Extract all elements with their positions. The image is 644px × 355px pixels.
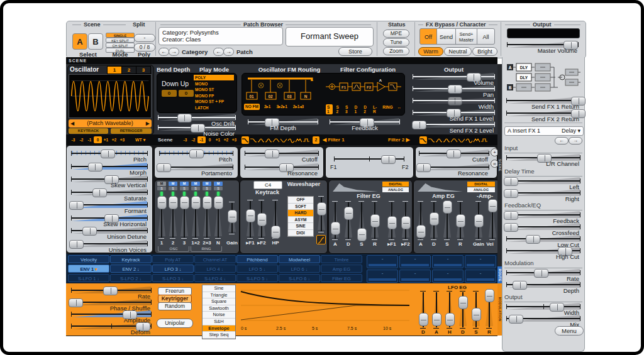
mixer-mute-1[interactable]: M [157, 182, 166, 186]
scene-b-button[interactable]: B [88, 33, 103, 50]
patch-name-box[interactable]: Formant Sweep [286, 27, 374, 46]
mod-source-slfo6[interactable]: S-LFO 6↓ [279, 274, 320, 282]
send-fx2-return-slider[interactable]: Send FX 2 Return [506, 109, 580, 122]
lfo-envelope-display[interactable] [240, 285, 411, 324]
waveshaper-sine[interactable]: SINE [288, 223, 313, 230]
filter2-type-icon[interactable] [465, 136, 473, 144]
fx-prev-button[interactable]: ← [555, 137, 569, 145]
filter-eg-sustain-slider[interactable] [356, 201, 367, 240]
mod-source-slfo1[interactable]: S-LFO 1↓ [68, 274, 109, 282]
fx-slot-selector[interactable]: A Insert FX 1 Delay ▾ [504, 126, 584, 136]
play-mode-mono-fp[interactable]: MONO FP [194, 93, 234, 99]
filter2-resonance-slider[interactable]: Resonance [419, 163, 489, 176]
lfo-shape-noise[interactable]: Noise [203, 312, 235, 319]
mod-source-modwheel[interactable]: Modwheel [279, 255, 320, 263]
amp-velocity-slider[interactable] [487, 201, 498, 240]
filter2-type-icon[interactable] [458, 136, 465, 144]
filter1-resonance-slider[interactable]: Resonance [245, 163, 319, 176]
osc-type-selector[interactable]: WT ▾ [135, 138, 145, 143]
play-mode-mono[interactable]: MONO [194, 81, 234, 87]
keytrack-f1-slider[interactable] [245, 200, 256, 239]
send-fx1-level-slider[interactable]: Send FX 1 Level [413, 109, 495, 121]
play-mode-mono-st-fp[interactable]: MONO ST + FP [194, 99, 234, 104]
mod-source-poly-at[interactable]: Poly AT [152, 255, 194, 263]
scene-octave-+2[interactable]: +2 [222, 136, 230, 143]
mod-source-slfo2[interactable]: S-LFO 2↓ [110, 274, 152, 282]
filter-config-lr[interactable]: L-R [372, 104, 379, 114]
lfo-eg-hold-slider[interactable] [444, 291, 455, 329]
unison-voices-slider[interactable]: Unison Voices [71, 240, 148, 253]
scene-octave-+3[interactable]: +3 [230, 136, 238, 143]
fm-route-3to2to1[interactable]: 3▸2▸1 [275, 104, 288, 110]
tab-route[interactable]: ROUTE [497, 266, 502, 283]
waveshaper-curve-icon[interactable] [316, 235, 326, 244]
scene-octave-0[interactable]: 0 [206, 136, 214, 143]
amp-gain-slider[interactable] [473, 201, 484, 240]
fx-width-slider[interactable]: Width [506, 303, 580, 315]
character-bright[interactable]: Bright [472, 47, 497, 56]
lfo-random-button[interactable]: Random [158, 302, 192, 310]
mixer-level-ring12-slider[interactable] [190, 197, 201, 239]
keytrack-f2-slider[interactable] [256, 200, 267, 239]
saturate-slider[interactable]: Saturate [71, 188, 148, 201]
filter2-type-icon[interactable] [419, 136, 427, 144]
mixer-solo-ring23[interactable]: S [203, 187, 211, 190]
mod-slot-cell[interactable]: - [399, 270, 431, 283]
mode-single[interactable]: SINGLE [106, 33, 135, 38]
amp-eg-release-slider[interactable] [455, 201, 466, 240]
mod-source-env1[interactable]: ENV 1▾ [68, 265, 109, 273]
filter2-cutoff-slider[interactable]: Cutoff [419, 150, 489, 162]
fx-type-dropdown[interactable]: Delay ▾ [562, 127, 580, 135]
mod-slot-cell[interactable]: - [367, 270, 398, 283]
patch-prev-button[interactable]: ← [213, 48, 224, 56]
mod-source-lfo4[interactable]: LFO 4↓ [194, 265, 236, 273]
tune-button[interactable]: Tune [383, 38, 409, 46]
mod-slot-cell[interactable]: - [465, 255, 496, 268]
osc-octave-+3[interactable]: +3 [118, 136, 126, 143]
noise-color-slider[interactable]: Noise Color [158, 124, 236, 136]
mod-source-amp-eg[interactable]: Amp EG [321, 265, 362, 273]
scene-a-button[interactable]: A [72, 33, 87, 50]
lfo-shape-sawtooth[interactable]: Sawtooth [203, 305, 235, 312]
waveshaper-hard[interactable]: HARD [288, 210, 313, 217]
bend-up-value[interactable]: 0 [179, 90, 194, 97]
mod-slot-cell[interactable]: - [432, 270, 464, 283]
mod-source-lfo3[interactable]: LFO 3↓ [152, 265, 194, 273]
send-fx1-return-slider[interactable]: Send FX 1 Return [506, 97, 580, 109]
lfo-shape-envelope[interactable]: Envelope [203, 325, 235, 332]
lfo-eg-decay-slider[interactable] [457, 291, 469, 329]
filter-config-swap[interactable]: ↔ [396, 104, 403, 114]
play-mode-mono-st[interactable]: MONO ST [194, 87, 234, 92]
zoom-button[interactable]: Zoom [383, 47, 409, 55]
volume-slider[interactable]: Volume [413, 73, 495, 85]
mixer-mute-noise[interactable]: M [214, 182, 223, 186]
osc-octave--1[interactable]: -1 [86, 136, 94, 143]
mixer-solo-ring12[interactable]: S [191, 187, 200, 190]
filter2-type-icon[interactable] [443, 136, 450, 144]
feedback-slider[interactable]: Feedback [330, 118, 400, 131]
keytrack-button[interactable]: KEYTRACK [69, 128, 108, 134]
fx-bypass-off[interactable]: Off [419, 28, 437, 45]
lfo-shape-stepseq[interactable]: Step Seq [203, 332, 235, 339]
skew-vertical-slider[interactable]: Skew Vertical [71, 175, 148, 188]
mixer-solo-1[interactable]: S [157, 187, 166, 190]
lfo-shape-triangle[interactable]: Triangle [203, 292, 235, 299]
filter1-subtype-button[interactable]: 2 [313, 136, 319, 144]
lfo-deform-slider[interactable]: Deform [71, 322, 152, 335]
osc-octave--2[interactable]: -2 [77, 136, 86, 143]
portamento-slider[interactable]: Portamento [159, 163, 233, 176]
unison-detune-slider[interactable]: Unison Detune [71, 227, 148, 239]
play-mode-poly[interactable]: POLY [194, 75, 234, 80]
lfo-shape-sh[interactable]: S&H [203, 319, 235, 325]
waveshaper-soft[interactable]: SOFT [288, 204, 313, 210]
fx-mix-slider[interactable]: Mix [506, 315, 580, 327]
fm-depth-slider[interactable]: FM Depth [248, 118, 318, 131]
fx-bypass-all[interactable]: All [477, 28, 495, 45]
fx-bypass-send[interactable]: Send [436, 28, 456, 45]
filter1-type-icon[interactable] [272, 136, 280, 144]
mod-source-slfo3[interactable]: S-LFO 3↓ [152, 274, 194, 282]
pan-slider[interactable]: Pan [413, 85, 495, 97]
lfo-eg-delay-slider[interactable] [418, 291, 429, 329]
filter-eg-analog-button[interactable]: ANALOG [382, 187, 409, 192]
osc-tab-3[interactable]: 3 [136, 66, 151, 74]
